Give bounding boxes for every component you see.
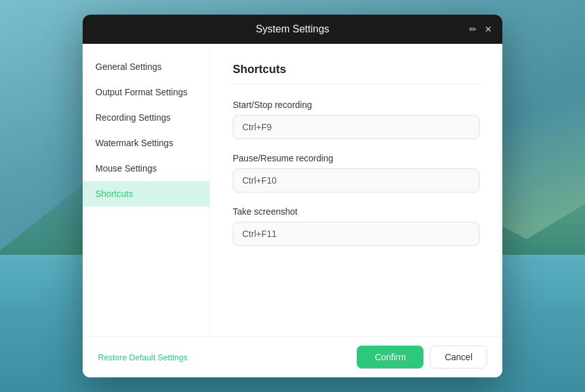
sidebar-item-shortcuts[interactable]: Shortcuts [83, 181, 209, 206]
field-start-stop-label: Start/Stop recording [233, 100, 479, 110]
field-screenshot-label: Take screenshot [233, 206, 479, 217]
edit-icon[interactable] [469, 24, 477, 34]
field-pause-resume-label: Pause/Resume recording [233, 153, 479, 163]
content-area: Shortcuts Start/Stop recording Pause/Res… [210, 44, 502, 336]
field-screenshot: Take screenshot [233, 206, 479, 246]
field-screenshot-input[interactable] [233, 222, 479, 246]
modal-header: System Settings [83, 15, 502, 44]
confirm-button[interactable]: Confirm [357, 346, 423, 368]
field-pause-resume-input[interactable] [233, 168, 479, 193]
field-start-stop: Start/Stop recording [233, 100, 479, 139]
modal-header-actions [469, 24, 492, 34]
modal-overlay: System Settings General Settings Output … [83, 15, 502, 377]
sidebar-item-mouse[interactable]: Mouse Settings [83, 156, 209, 181]
sidebar-item-general[interactable]: General Settings [83, 54, 209, 79]
field-pause-resume: Pause/Resume recording [233, 153, 479, 193]
footer-actions: Confirm Cancel [357, 346, 487, 368]
content-divider [233, 84, 479, 84]
field-start-stop-input[interactable] [233, 115, 479, 139]
restore-defaults-button[interactable]: Restore Default Settings [98, 353, 188, 362]
sidebar-item-watermark[interactable]: Watermark Settings [83, 130, 209, 156]
content-title: Shortcuts [233, 63, 479, 76]
system-settings-modal: System Settings General Settings Output … [83, 15, 502, 377]
modal-body: General Settings Output Format Settings … [83, 44, 502, 336]
sidebar-item-output-format[interactable]: Output Format Settings [83, 79, 209, 105]
close-icon[interactable] [485, 24, 492, 34]
sidebar-item-recording[interactable]: Recording Settings [83, 105, 209, 130]
sidebar: General Settings Output Format Settings … [83, 44, 210, 336]
cancel-button[interactable]: Cancel [430, 346, 487, 368]
modal-title: System Settings [256, 24, 329, 35]
modal-footer: Restore Default Settings Confirm Cancel [83, 336, 502, 377]
